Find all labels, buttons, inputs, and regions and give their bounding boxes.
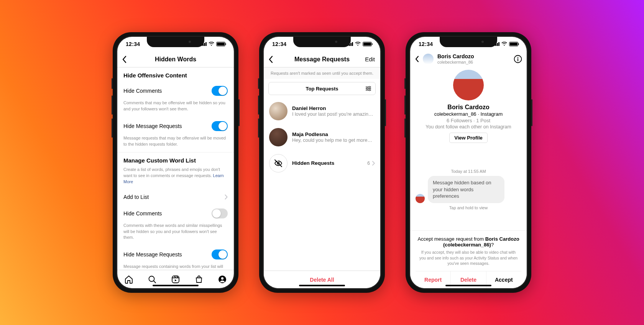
chat-header: Boris Cardozo colebeckerman_86 xyxy=(410,51,527,67)
svg-rect-1 xyxy=(172,276,179,283)
hidden-message[interactable]: Message hidden based on your hidden word… xyxy=(416,176,521,203)
svg-point-6 xyxy=(369,89,370,91)
notch xyxy=(147,37,204,47)
page-title: Hidden Words xyxy=(155,56,196,63)
battery-icon xyxy=(216,42,225,46)
wifi-icon xyxy=(501,42,507,46)
avatar xyxy=(269,102,288,120)
home-indicator xyxy=(445,285,491,286)
shop-icon[interactable] xyxy=(194,275,204,284)
avatar xyxy=(269,128,288,146)
hidden-icon xyxy=(269,154,288,172)
row-label: Hide Comments xyxy=(123,210,162,217)
row-add-to-list[interactable]: Add to List xyxy=(117,190,234,204)
info-button[interactable] xyxy=(514,55,522,63)
request-preview: Hey, could you help me to get more… · 4h xyxy=(292,138,375,143)
row-help: Comments with these words and similar mi… xyxy=(117,223,234,246)
section-intro: Create a list of words, phrases and emoj… xyxy=(117,167,234,190)
battery-icon xyxy=(509,42,518,46)
accept-title: Accept message request from Boris Cardoz… xyxy=(416,236,521,248)
request-row[interactable]: Daniel Herron I loved your last post! yo… xyxy=(264,98,380,124)
row-label: Hide Message Requests xyxy=(123,251,182,258)
header-handle: colebeckerman_86 xyxy=(437,60,474,64)
view-profile-button[interactable]: View Profile xyxy=(449,133,487,143)
reels-icon[interactable] xyxy=(171,275,180,284)
top-requests-selector[interactable]: Top Requests xyxy=(268,82,376,95)
row-hide-message-requests: Hide Message Requests xyxy=(117,117,234,135)
accept-help: If you accept, they will also be able to… xyxy=(416,249,521,266)
row-label: Hide Comments xyxy=(123,88,162,94)
wifi-icon xyxy=(355,42,361,46)
svg-point-9 xyxy=(518,57,518,58)
toggle-custom-hide-message-requests[interactable] xyxy=(212,249,228,259)
profile-card: Boris Cardozo colebeckerman_86 · Instagr… xyxy=(410,67,527,143)
svg-point-4 xyxy=(369,86,370,88)
nav-bar: Message Requests Edit xyxy=(264,51,380,67)
header-avatar[interactable] xyxy=(423,54,434,64)
nav-bar: Hidden Words xyxy=(117,51,234,67)
home-icon[interactable] xyxy=(124,275,133,284)
hidden-requests-label: Hidden Requests xyxy=(292,160,363,166)
notch xyxy=(293,37,351,47)
settings-content: Hide Offensive Content Hide Comments Com… xyxy=(117,67,234,270)
row-hide-comments: Hide Comments xyxy=(117,82,234,100)
row-label: Hide Message Requests xyxy=(123,123,182,129)
request-preview: I loved your last post! you're amazin… ·… xyxy=(292,112,375,117)
profile-icon[interactable] xyxy=(218,275,227,284)
chevron-right-icon xyxy=(372,161,375,166)
status-time: 12:34 xyxy=(419,41,433,47)
message-timestamp: Today at 11:55 AM xyxy=(416,169,521,174)
status-time: 12:34 xyxy=(126,41,140,47)
edit-button[interactable]: Edit xyxy=(365,56,375,62)
chat-area: Today at 11:55 AM Message hidden based o… xyxy=(410,143,527,213)
wifi-icon xyxy=(209,42,214,46)
back-button[interactable] xyxy=(122,56,127,63)
notch xyxy=(440,37,497,47)
header-name: Boris Cardozo xyxy=(437,54,474,59)
request-row[interactable]: Maja Podlesna Hey, could you help me to … xyxy=(264,124,380,150)
request-action-sheet: Accept message request from Boris Cardoz… xyxy=(410,230,527,288)
page-title: Message Requests xyxy=(294,56,350,63)
status-time: 12:34 xyxy=(272,41,286,47)
battery-icon xyxy=(363,42,372,46)
row-custom-hide-comments: Hide Comments xyxy=(117,204,234,223)
section-header: Hide Offensive Content xyxy=(117,67,234,82)
row-help: Message requests containing words from y… xyxy=(117,264,234,270)
chevron-right-icon xyxy=(225,194,228,200)
hidden-count: 6 xyxy=(367,161,370,166)
search-icon[interactable] xyxy=(148,275,157,284)
back-button[interactable] xyxy=(268,56,273,63)
phone-message-request-detail: 12:34 Boris Cardozo colebeckerman_86 Bor… xyxy=(406,32,531,293)
svg-point-5 xyxy=(366,88,368,89)
back-button[interactable] xyxy=(415,56,419,62)
toggle-hide-comments[interactable] xyxy=(212,86,228,96)
row-help: Message requests that may be offensive w… xyxy=(117,135,234,152)
toggle-hide-message-requests[interactable] xyxy=(212,121,228,131)
profile-handle: colebeckerman_86 · Instagram xyxy=(416,111,521,117)
phone-message-requests: 12:34 Message Requests Edit Requests are… xyxy=(259,32,385,293)
row-label: Add to List xyxy=(123,194,149,200)
profile-follow-status: You dont follow each other on Instagram xyxy=(416,124,521,130)
home-indicator xyxy=(153,285,199,286)
profile-name: Boris Cardozo xyxy=(416,104,521,111)
row-help: Comments that may be offensive will be h… xyxy=(117,100,234,117)
message-bubble: Message hidden based on your hidden word… xyxy=(428,176,504,203)
msg-avatar xyxy=(416,194,425,203)
filter-icon xyxy=(365,86,371,91)
toggle-custom-hide-comments[interactable] xyxy=(212,208,228,218)
profile-stats: 6 Followers · 1 Post xyxy=(416,118,521,123)
profile-avatar[interactable] xyxy=(453,70,484,100)
row-custom-hide-message-requests: Hide Message Requests xyxy=(117,245,234,264)
hidden-requests-row[interactable]: Hidden Requests 6 xyxy=(264,150,380,176)
pill-label: Top Requests xyxy=(306,86,338,92)
home-indicator xyxy=(299,285,345,286)
info-banner: Requests aren't marked as seen until you… xyxy=(264,67,380,79)
section-header: Manage Custom Word List xyxy=(117,153,234,167)
tap-hold-hint: Tap and hold to view xyxy=(416,205,521,210)
request-user-name: Maja Podlesna xyxy=(292,131,375,137)
svg-point-3 xyxy=(221,277,223,279)
request-user-name: Daniel Herron xyxy=(292,105,375,111)
phone-hidden-words: 12:34 Hidden Words Hide Offensive Conten… xyxy=(113,32,238,293)
